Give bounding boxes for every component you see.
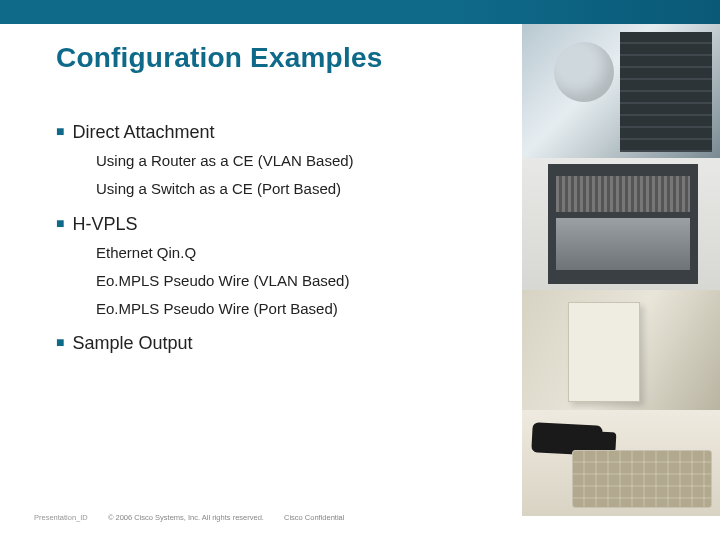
- footer-confidential: Cisco Confidential: [284, 513, 344, 522]
- section-heading-text: Sample Output: [72, 333, 192, 353]
- sub-bullet: Using a Router as a CE (VLAN Based): [96, 151, 486, 171]
- bullet-square-icon: ■: [56, 334, 64, 350]
- rack-shape: [548, 164, 698, 284]
- bullet-heading: ■Direct Attachment: [56, 122, 486, 143]
- section-sample-output: ■Sample Output: [56, 333, 486, 354]
- photo-rack-closeup: [522, 24, 720, 158]
- top-accent-bar: [0, 0, 720, 24]
- sub-bullet: Eo.MPLS Pseudo Wire (VLAN Based): [96, 271, 486, 291]
- slide: Configuration Examples ■Direct Attachmen…: [0, 0, 720, 540]
- keyboard-shape: [572, 450, 712, 508]
- bullet-square-icon: ■: [56, 215, 64, 231]
- photo-phone-keyboard: [522, 410, 720, 516]
- footer-presentation-id: Presentation_ID: [34, 513, 88, 522]
- sub-bullet: Ethernet Qin.Q: [96, 243, 486, 263]
- bullet-square-icon: ■: [56, 123, 64, 139]
- section-hvpls: ■H-VPLS Ethernet Qin.Q Eo.MPLS Pseudo Wi…: [56, 214, 486, 320]
- footer-copyright: © 2006 Cisco Systems, Inc. All rights re…: [108, 513, 264, 522]
- slide-footer: Presentation_ID © 2006 Cisco Systems, In…: [34, 513, 362, 522]
- bullet-heading: ■Sample Output: [56, 333, 486, 354]
- slide-title: Configuration Examples: [56, 42, 382, 74]
- slide-body: ■Direct Attachment Using a Router as a C…: [56, 108, 486, 360]
- section-heading-text: Direct Attachment: [72, 122, 214, 142]
- decorative-photo-strip: [522, 24, 720, 516]
- section-heading-text: H-VPLS: [72, 214, 137, 234]
- bullet-heading: ■H-VPLS: [56, 214, 486, 235]
- photo-rack-front: [522, 158, 720, 290]
- sub-bullet: Eo.MPLS Pseudo Wire (Port Based): [96, 299, 486, 319]
- photo-tower-server: [522, 290, 720, 410]
- sub-bullet: Using a Switch as a CE (Port Based): [96, 179, 486, 199]
- section-direct-attachment: ■Direct Attachment Using a Router as a C…: [56, 122, 486, 200]
